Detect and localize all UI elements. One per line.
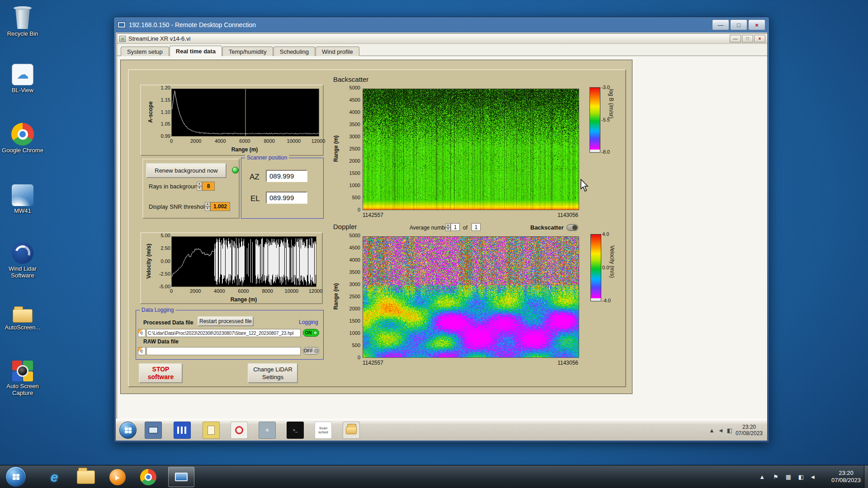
backscatter-toggle-label: Backscatter [530,224,564,231]
rdp-maximize-button[interactable]: □ [730,19,747,30]
taskbar-icon-chrome[interactable] [139,468,157,486]
az-field[interactable]: 089.999 [266,170,307,182]
taskbar-icon-media-player[interactable]: ▶ [108,468,127,486]
rdp-titlebar[interactable]: 192.168.0.150 - Remote Desktop Connectio… [114,17,769,33]
tray-display-icon[interactable]: ◧ [727,427,732,434]
desktop-icon-google-chrome[interactable]: Google Chrome [2,120,43,154]
mouse-cursor [580,179,590,192]
tray-arrow-icon[interactable]: ▲ [759,474,765,480]
drive-icon[interactable]: C [138,347,146,355]
real-time-data-panel: A-scope 1.201.151.101.050.99 02000400060… [118,56,767,419]
spin-down-icon[interactable]: ▼ [205,206,210,211]
spin-down-icon[interactable]: ▼ [445,227,451,231]
el-field[interactable]: 089.999 [266,192,307,204]
app-minimize-button[interactable]: — [730,35,741,42]
desktop-icon-label: AutoScreen... [2,324,43,331]
taskbar-icon-explorer[interactable] [77,468,95,486]
raw-logging-off-button[interactable]: OFF [303,347,319,355]
tab-real-time-data[interactable]: Real time data [170,46,222,57]
rays-value[interactable]: 8 [202,182,215,191]
desktop-icon-recycle-bin[interactable]: Recycle Bin [2,4,43,37]
raw-path-field[interactable] [146,347,301,355]
show-desktop-button[interactable] [864,465,868,488]
spin-up-icon[interactable]: ▲ [445,223,451,227]
doppler-title: Doppler [333,223,357,230]
desktop-icon-auto-screen-capture[interactable]: Auto Screen Capture [2,356,43,396]
restart-processed-file-button[interactable]: Restart processed file [198,316,254,326]
backscatter-x-start: 1142557 [363,212,383,218]
tray-display-icon[interactable]: ◧ [798,474,804,480]
tick-label: 10000 [285,288,299,294]
change-lidar-settings-button[interactable]: Change LiDAR Settings [248,363,298,383]
rdp-taskbar-icon-scan-sched[interactable]: Scansched [315,422,332,439]
desktop-icon-bl-view[interactable]: ☁ BL-View [2,60,43,94]
on-led-icon [313,331,317,335]
drive-icon[interactable]: C [138,329,146,337]
average-number-value[interactable]: 1 [451,223,460,231]
app-maximize-button[interactable]: □ [742,35,753,42]
tray-arrow-icon[interactable]: ▲ [709,427,715,434]
media-player-icon: ▶ [109,469,126,485]
tab-wind-profile[interactable]: Wind profile [316,47,359,57]
renew-background-button[interactable]: Renew background now [146,163,226,178]
desktop-icon-mw41[interactable]: MW41 [2,181,43,214]
rdp-taskbar-icon-notes[interactable] [203,422,220,439]
chrome-icon [11,123,34,145]
main-panel: A-scope 1.201.151.101.050.99 02000400060… [120,60,632,394]
tick-label: 2500 [349,294,360,299]
app-close-button[interactable]: × [754,35,765,42]
rdp-taskbar-icon-blview[interactable] [174,422,191,439]
snr-threshold-stepper[interactable]: ▲▼ 1.002 [205,202,230,211]
start-button[interactable] [5,466,26,487]
desktop-icon-label: BL-View [2,87,43,94]
doppler-x-end: 1143056 [533,360,578,366]
tick-label: 5000 [349,233,360,238]
rdp-taskbar-icon-terminal[interactable]: >_ [287,422,304,439]
rdp-clock[interactable]: 23:20 07/08/2023 [736,424,763,436]
tick-label: 4500 [349,98,360,103]
rdp-close-button[interactable]: × [748,19,765,30]
tab-scheduling[interactable]: Scheduling [274,47,315,57]
desktop-icon-autoscreen[interactable]: AutoScreen... [2,297,43,331]
average-number-stepper[interactable]: ▲▼ 1 [445,223,460,231]
tray-flag-icon[interactable]: ⚑ [773,474,778,480]
settings-line1: Change LiDAR [253,366,292,373]
tab-temp-humidity[interactable]: Temp/humidity [222,47,273,57]
taskbar-clock[interactable]: 23:20 07/08/2023 [831,469,861,484]
processed-logging-on-button[interactable]: ON [303,329,319,337]
rdp-minimize-button[interactable]: — [712,19,729,30]
rays-in-background-stepper[interactable]: ▲▼ 8 [197,182,215,191]
processed-path-field[interactable]: C:\Lidar\Data\Proc\2023\202308\20230807\… [146,329,301,337]
clock-date: 07/08/2023 [831,477,861,484]
tick-label: 3500 [349,122,360,127]
screen-capture-icon [12,361,33,381]
desktop-icon-label: Wind Lidar Software [2,265,43,279]
rdp-taskbar-icon-folder[interactable] [343,422,360,439]
desktop-icon-wind-lidar[interactable]: Wind Lidar Software [2,239,43,279]
taskbar-icon-internet-explorer[interactable]: e [45,468,63,486]
tick-label: 8000 [264,138,274,144]
spin-up-icon[interactable]: ▲ [197,182,202,186]
tray-volume-icon[interactable]: ◄ [718,427,724,434]
tray-network-icon[interactable]: ▦ [786,474,791,480]
tick-label: 10000 [287,138,301,144]
rdp-taskbar-icon-power[interactable] [231,422,248,439]
rdp-start-button[interactable] [119,422,137,439]
tick-label: 6000 [239,138,250,144]
rdp-taskbar-icon-explorer[interactable] [145,422,162,439]
taskbar-button-rdp-active[interactable] [168,467,194,487]
cloud-icon: ☁ [12,64,33,85]
rdp-taskbar-icon-capture[interactable]: × [259,422,276,439]
tick-label: 1.15 [161,98,170,103]
streamline-titlebar[interactable]: ▦ StreamLine XR v14-6.vi — □ × [117,34,767,44]
stop-software-button[interactable]: STOP software [139,363,183,383]
tray-volume-icon[interactable]: ◄ [810,474,816,480]
ascope-x-ticks: 020004000600080001000012000 [171,138,318,144]
spin-down-icon[interactable]: ▼ [197,186,202,191]
windows-flag-icon [13,474,19,480]
snr-value[interactable]: 1.002 [210,202,230,211]
tab-system-setup[interactable]: System setup [121,47,169,57]
backscatter-toggle[interactable] [566,224,578,231]
tick-label: 4000 [349,258,360,263]
spin-up-icon[interactable]: ▲ [205,202,210,206]
